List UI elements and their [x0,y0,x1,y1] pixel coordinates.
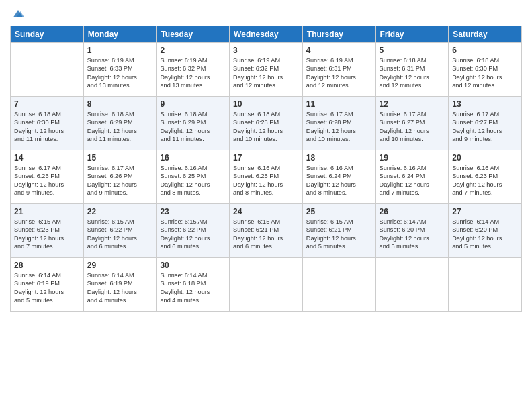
calendar-cell: 30Sunrise: 6:14 AM Sunset: 6:18 PM Dayli… [157,258,230,312]
calendar-cell: 18Sunrise: 6:16 AM Sunset: 6:24 PM Dayli… [302,150,375,204]
calendar-week-row: 1Sunrise: 6:19 AM Sunset: 6:33 PM Daylig… [11,43,522,97]
day-info: Sunrise: 6:19 AM Sunset: 6:32 PM Dayligh… [233,56,299,90]
calendar-cell [375,258,449,312]
day-number: 12 [380,99,445,109]
day-number: 8 [87,99,153,109]
day-info: Sunrise: 6:17 AM Sunset: 6:27 PM Dayligh… [452,110,518,144]
calendar-week-row: 14Sunrise: 6:17 AM Sunset: 6:26 PM Dayli… [11,150,522,204]
calendar-cell: 9Sunrise: 6:18 AM Sunset: 6:29 PM Daylig… [157,97,230,150]
day-number: 9 [160,99,226,109]
day-number: 18 [306,153,372,163]
day-info: Sunrise: 6:16 AM Sunset: 6:25 PM Dayligh… [160,164,226,197]
calendar-header: SundayMondayTuesdayWednesdayThursdayFrid… [11,26,522,43]
calendar-week-row: 21Sunrise: 6:15 AM Sunset: 6:23 PM Dayli… [11,204,522,258]
day-number: 14 [14,153,80,163]
calendar-cell: 21Sunrise: 6:15 AM Sunset: 6:23 PM Dayli… [11,204,84,258]
day-number: 24 [233,207,299,216]
day-info: Sunrise: 6:15 AM Sunset: 6:23 PM Dayligh… [14,218,80,251]
day-of-week-header: Sunday [11,26,84,43]
logo-icon [11,7,25,20]
calendar-cell: 11Sunrise: 6:17 AM Sunset: 6:28 PM Dayli… [302,97,375,150]
day-number: 13 [452,99,518,109]
day-number: 15 [87,153,153,163]
day-number: 23 [160,207,226,216]
calendar-cell [449,258,522,312]
calendar-cell: 19Sunrise: 6:16 AM Sunset: 6:24 PM Dayli… [375,150,449,204]
day-info: Sunrise: 6:19 AM Sunset: 6:33 PM Dayligh… [87,56,153,90]
day-number: 16 [160,153,226,163]
calendar-cell: 25Sunrise: 6:15 AM Sunset: 6:21 PM Dayli… [302,204,375,258]
calendar-cell: 23Sunrise: 6:15 AM Sunset: 6:22 PM Dayli… [157,204,230,258]
day-info: Sunrise: 6:15 AM Sunset: 6:21 PM Dayligh… [233,218,299,251]
day-info: Sunrise: 6:16 AM Sunset: 6:25 PM Dayligh… [233,164,299,197]
calendar-cell [11,43,84,97]
day-info: Sunrise: 6:19 AM Sunset: 6:32 PM Dayligh… [160,56,226,90]
calendar-cell: 15Sunrise: 6:17 AM Sunset: 6:26 PM Dayli… [83,150,157,204]
calendar-cell: 14Sunrise: 6:17 AM Sunset: 6:26 PM Dayli… [11,150,84,204]
logo [10,7,25,20]
day-number: 10 [233,99,299,109]
day-info: Sunrise: 6:19 AM Sunset: 6:31 PM Dayligh… [306,56,372,90]
calendar-cell: 12Sunrise: 6:17 AM Sunset: 6:27 PM Dayli… [375,97,449,150]
day-number: 5 [380,46,445,55]
calendar-table: SundayMondayTuesdayWednesdayThursdayFrid… [10,26,522,312]
day-info: Sunrise: 6:16 AM Sunset: 6:24 PM Dayligh… [306,164,372,197]
day-number: 28 [14,261,80,270]
day-info: Sunrise: 6:18 AM Sunset: 6:30 PM Dayligh… [452,56,518,90]
calendar-cell: 22Sunrise: 6:15 AM Sunset: 6:22 PM Dayli… [83,204,157,258]
day-info: Sunrise: 6:17 AM Sunset: 6:28 PM Dayligh… [306,110,372,144]
calendar-body: 1Sunrise: 6:19 AM Sunset: 6:33 PM Daylig… [11,43,522,312]
day-number: 21 [14,207,80,216]
calendar-cell: 3Sunrise: 6:19 AM Sunset: 6:32 PM Daylig… [230,43,303,97]
calendar-cell [230,258,303,312]
calendar-cell: 17Sunrise: 6:16 AM Sunset: 6:25 PM Dayli… [230,150,303,204]
calendar-cell: 16Sunrise: 6:16 AM Sunset: 6:25 PM Dayli… [157,150,230,204]
day-number: 3 [233,46,299,55]
day-info: Sunrise: 6:15 AM Sunset: 6:21 PM Dayligh… [306,218,372,251]
day-info: Sunrise: 6:14 AM Sunset: 6:19 PM Dayligh… [14,271,80,305]
day-info: Sunrise: 6:14 AM Sunset: 6:20 PM Dayligh… [380,218,445,251]
day-info: Sunrise: 6:18 AM Sunset: 6:29 PM Dayligh… [160,110,226,144]
calendar-cell: 8Sunrise: 6:18 AM Sunset: 6:29 PM Daylig… [83,97,157,150]
calendar-cell: 4Sunrise: 6:19 AM Sunset: 6:31 PM Daylig… [302,43,375,97]
calendar-week-row: 28Sunrise: 6:14 AM Sunset: 6:19 PM Dayli… [11,258,522,312]
calendar-cell: 7Sunrise: 6:18 AM Sunset: 6:30 PM Daylig… [11,97,84,150]
calendar-week-row: 7Sunrise: 6:18 AM Sunset: 6:30 PM Daylig… [11,97,522,150]
day-number: 22 [87,207,153,216]
day-number: 25 [306,207,372,216]
day-info: Sunrise: 6:16 AM Sunset: 6:23 PM Dayligh… [452,164,518,197]
day-info: Sunrise: 6:18 AM Sunset: 6:30 PM Dayligh… [14,110,80,144]
day-number: 17 [233,153,299,163]
day-number: 30 [160,261,226,270]
day-number: 2 [160,46,226,55]
day-of-week-header: Wednesday [230,26,303,43]
day-number: 20 [452,153,518,163]
day-info: Sunrise: 6:14 AM Sunset: 6:19 PM Dayligh… [87,271,153,305]
calendar-cell: 2Sunrise: 6:19 AM Sunset: 6:32 PM Daylig… [157,43,230,97]
day-of-week-header: Friday [375,26,449,43]
day-info: Sunrise: 6:18 AM Sunset: 6:29 PM Dayligh… [87,110,153,144]
day-info: Sunrise: 6:17 AM Sunset: 6:27 PM Dayligh… [380,110,445,144]
day-info: Sunrise: 6:17 AM Sunset: 6:26 PM Dayligh… [87,164,153,197]
day-number: 26 [380,207,445,216]
day-of-week-header: Monday [83,26,157,43]
day-info: Sunrise: 6:14 AM Sunset: 6:18 PM Dayligh… [160,271,226,305]
day-info: Sunrise: 6:18 AM Sunset: 6:28 PM Dayligh… [233,110,299,144]
calendar-cell: 28Sunrise: 6:14 AM Sunset: 6:19 PM Dayli… [11,258,84,312]
day-info: Sunrise: 6:17 AM Sunset: 6:26 PM Dayligh… [14,164,80,197]
calendar-cell: 24Sunrise: 6:15 AM Sunset: 6:21 PM Dayli… [230,204,303,258]
day-number: 19 [380,153,445,163]
day-number: 7 [14,99,80,109]
header-row: SundayMondayTuesdayWednesdayThursdayFrid… [11,26,522,43]
day-number: 6 [452,46,518,55]
day-of-week-header: Tuesday [157,26,230,43]
day-number: 27 [452,207,518,216]
calendar-cell: 20Sunrise: 6:16 AM Sunset: 6:23 PM Dayli… [449,150,522,204]
calendar-cell: 26Sunrise: 6:14 AM Sunset: 6:20 PM Dayli… [375,204,449,258]
day-of-week-header: Saturday [449,26,522,43]
page: SundayMondayTuesdayWednesdayThursdayFrid… [0,0,532,411]
day-number: 1 [87,46,153,55]
calendar-cell: 27Sunrise: 6:14 AM Sunset: 6:20 PM Dayli… [449,204,522,258]
calendar-cell: 10Sunrise: 6:18 AM Sunset: 6:28 PM Dayli… [230,97,303,150]
day-info: Sunrise: 6:16 AM Sunset: 6:24 PM Dayligh… [380,164,445,197]
